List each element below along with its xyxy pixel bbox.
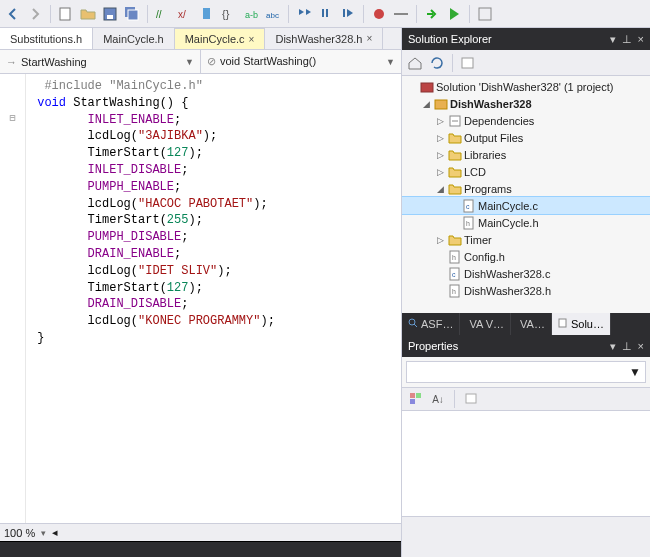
twist-closed-icon[interactable]: ▷: [434, 133, 446, 143]
outline-gutter[interactable]: ⊟: [0, 74, 26, 523]
code-line: lcdLog("HACOC PABOTAET");: [30, 196, 275, 213]
twist-closed-icon[interactable]: ▷: [434, 150, 446, 160]
properties-grid[interactable]: [402, 411, 650, 517]
tree-row[interactable]: cDishWasher328.c: [402, 265, 650, 282]
editor-column: Substitutions.hMainCycle.hMainCycle.c×Di…: [0, 28, 402, 557]
nav-back-button[interactable]: [4, 5, 22, 23]
bookmark-button[interactable]: [198, 5, 216, 23]
tree-row[interactable]: hDishWasher328.h: [402, 282, 650, 299]
tree-row[interactable]: ▷Output Files: [402, 129, 650, 146]
close-icon[interactable]: ×: [249, 34, 255, 45]
tree-row[interactable]: ◢Programs: [402, 180, 650, 197]
svg-rect-12: [326, 9, 328, 17]
file-tab[interactable]: MainCycle.c×: [175, 28, 266, 49]
tree-row[interactable]: Solution 'DishWasher328' (1 project): [402, 78, 650, 95]
properties-header: Properties ▾ ⊥ ×: [402, 335, 650, 357]
tool-tab[interactable]: ASF…: [402, 313, 460, 335]
find-button[interactable]: a-b: [242, 5, 260, 23]
braces-button[interactable]: {}: [220, 5, 238, 23]
tool-tab[interactable]: Solu…: [552, 313, 611, 335]
zoom-level[interactable]: 100 %: [4, 527, 35, 539]
breakpoint-button[interactable]: [370, 5, 388, 23]
play-button[interactable]: [445, 5, 463, 23]
show-all-button[interactable]: [459, 54, 477, 72]
code-line: INLET_DISABLE;: [30, 162, 275, 179]
svg-rect-19: [435, 100, 447, 109]
panel-dropdown-button[interactable]: ▾: [610, 340, 616, 353]
scope-text: StartWashing: [21, 56, 87, 68]
tool-tab[interactable]: VA V…: [460, 313, 511, 335]
nav-forward-button[interactable]: [26, 5, 44, 23]
file-tab[interactable]: DishWasher328.h×: [265, 28, 383, 49]
tree-label: LCD: [464, 166, 486, 178]
properties-body: ▼ A↓: [402, 357, 650, 557]
twist-open-icon[interactable]: ◢: [420, 99, 432, 109]
svg-text:h: h: [466, 220, 470, 227]
twist-closed-icon[interactable]: ▷: [434, 116, 446, 126]
tree-row[interactable]: hMainCycle.h: [402, 214, 650, 231]
twist-closed-icon[interactable]: ▷: [434, 235, 446, 245]
comment-button[interactable]: //: [154, 5, 172, 23]
scope-dropdown[interactable]: →StartWashing ▼: [0, 50, 201, 73]
code-line: lcdLog("IDET SLIV");: [30, 263, 275, 280]
close-icon[interactable]: ×: [366, 33, 372, 44]
sol-icon: [420, 80, 434, 94]
save-all-button[interactable]: [123, 5, 141, 23]
code-line: TimerStart(127);: [30, 145, 275, 162]
tool-tab[interactable]: VA…: [511, 313, 552, 335]
zoom-bar: 100 % ▾ ◂: [0, 523, 401, 541]
replace-button[interactable]: abc: [264, 5, 282, 23]
code-line: PUMPH_ENABLE;: [30, 179, 275, 196]
file-tab[interactable]: MainCycle.h: [93, 28, 175, 49]
code-line: void StartWashing() {: [30, 95, 275, 112]
stop-button[interactable]: [392, 5, 410, 23]
svg-rect-34: [416, 393, 421, 398]
h-scroll-left[interactable]: ◂: [52, 526, 66, 539]
tool-tab-label: VA V…: [469, 318, 504, 330]
panel-dropdown-button[interactable]: ▾: [610, 33, 616, 46]
svg-text:{}: {}: [222, 8, 230, 20]
tree-row[interactable]: ▷Dependencies: [402, 112, 650, 129]
new-button[interactable]: [57, 5, 75, 23]
code-editor[interactable]: ⊟ #include "MainCycle.h" void StartWashi…: [0, 74, 401, 523]
property-pages-button[interactable]: [463, 391, 479, 407]
tree-row[interactable]: ▷Timer: [402, 231, 650, 248]
overflow-button[interactable]: [476, 5, 494, 23]
svg-text:c: c: [466, 203, 470, 210]
tree-row[interactable]: ▷Libraries: [402, 146, 650, 163]
svg-rect-33: [410, 393, 415, 398]
svg-rect-18: [421, 83, 433, 92]
panel-pin-button[interactable]: ⊥: [622, 33, 632, 46]
step-next-button[interactable]: [339, 5, 357, 23]
svg-text:abc: abc: [266, 11, 279, 20]
tree-row[interactable]: cMainCycle.c: [402, 197, 650, 214]
step-green-button[interactable]: [423, 5, 441, 23]
file-tab[interactable]: Substitutions.h: [0, 28, 93, 49]
main-toolbar: // x/ {} a-b abc: [0, 0, 650, 28]
member-dropdown[interactable]: ⊘void StartWashing() ▼: [201, 50, 401, 73]
tree-row[interactable]: ▷LCD: [402, 163, 650, 180]
properties-object-dropdown[interactable]: ▼: [406, 361, 646, 383]
svg-text:x/: x/: [178, 9, 186, 20]
refresh-button[interactable]: [428, 54, 446, 72]
output-panel-header[interactable]: [0, 541, 401, 557]
solution-explorer-title: Solution Explorer: [408, 33, 492, 45]
open-button[interactable]: [79, 5, 97, 23]
tree-row[interactable]: hConfig.h: [402, 248, 650, 265]
panel-pin-button[interactable]: ⊥: [622, 340, 632, 353]
twist-open-icon[interactable]: ◢: [434, 184, 446, 194]
tool-tab-label: Solu…: [571, 318, 604, 330]
twist-closed-icon[interactable]: ▷: [434, 167, 446, 177]
home-button[interactable]: [406, 54, 424, 72]
panel-close-button[interactable]: ×: [638, 340, 644, 353]
step-over-button[interactable]: [317, 5, 335, 23]
solution-tree[interactable]: Solution 'DishWasher328' (1 project)◢Dis…: [402, 76, 650, 313]
zoom-chevron-icon[interactable]: ▾: [41, 528, 46, 538]
uncomment-button[interactable]: x/: [176, 5, 194, 23]
tree-row[interactable]: ◢DishWasher328: [402, 95, 650, 112]
step-in-button[interactable]: [295, 5, 313, 23]
alphabetical-button[interactable]: A↓: [430, 391, 446, 407]
categorized-button[interactable]: [408, 391, 424, 407]
save-button[interactable]: [101, 5, 119, 23]
panel-close-button[interactable]: ×: [638, 33, 644, 46]
